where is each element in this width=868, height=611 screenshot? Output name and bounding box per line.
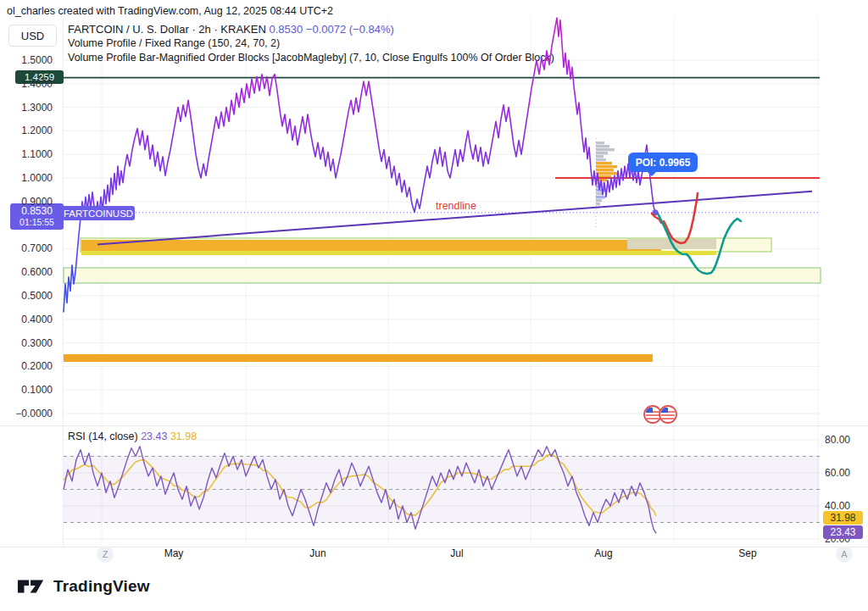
price-tick-label: 1.2000 xyxy=(0,125,58,136)
rsi-tick-label: 40.00 xyxy=(825,500,868,512)
price-tick-label: 0.4000 xyxy=(0,314,58,325)
price-tick-label: 0.3000 xyxy=(0,337,58,349)
rsi-value-axis-label: 23.43 xyxy=(823,525,863,539)
price-tick-label: 0.5000 xyxy=(0,290,58,302)
rsi-value: 23.43 xyxy=(141,430,167,442)
tradingview-logo-text: TradingView xyxy=(53,577,150,596)
time-axis-month-label: Sep xyxy=(738,547,756,559)
tradingview-chart-window: ol_charles created with TradingView.com,… xyxy=(0,0,868,611)
time-axis-month-label: Jul xyxy=(450,547,463,559)
projection-path-drawings[interactable] xyxy=(652,193,741,274)
poi-price-callout[interactable]: POI: 0.9965 xyxy=(628,153,698,172)
rsi-title-text: RSI (14, close) xyxy=(68,430,138,442)
price-tick-label: 0.1000 xyxy=(0,384,58,396)
price-tick-label: −0.0000 xyxy=(0,408,58,419)
tradingview-logo[interactable]: TradingView xyxy=(17,577,150,596)
symbol-flag-label[interactable]: FARTCOINUSD xyxy=(62,206,135,220)
horizontal-level-lines[interactable] xyxy=(64,78,820,213)
time-axis-left-button[interactable]: Z xyxy=(97,546,114,563)
rsi-indicator-plot xyxy=(64,447,820,534)
time-axis-right-button[interactable]: A xyxy=(836,546,853,563)
price-tick-label: 0.6000 xyxy=(0,266,58,278)
trendline-text-label[interactable]: trendline xyxy=(436,200,476,212)
time-axis-month-label: Aug xyxy=(594,547,612,559)
price-tick-label: 1.5000 xyxy=(0,54,58,66)
us-flag-event-icons[interactable] xyxy=(644,406,676,423)
rsi-tick-label: 80.00 xyxy=(825,434,868,446)
price-tick-label: 0.2000 xyxy=(0,360,58,372)
rsi-ma-value: 31.98 xyxy=(170,430,197,442)
price-tick-label: 1.0000 xyxy=(0,172,58,184)
rsi-legend[interactable]: RSI (14, close) 23.43 31.98 xyxy=(68,430,197,442)
price-tick-label: 1.3000 xyxy=(0,102,58,114)
time-axis-month-label: Jun xyxy=(309,547,326,559)
price-tick-label: 1.4000 xyxy=(0,78,58,90)
bar-countdown: 01:15:55 xyxy=(19,217,54,228)
price-tick-label: 1.1000 xyxy=(0,148,58,160)
price-tick-label: 0.9000 xyxy=(0,196,58,208)
time-axis-month-label: May xyxy=(164,547,184,559)
price-tick-label: 0.7000 xyxy=(0,242,58,254)
tradingview-logo-icon xyxy=(17,577,46,596)
rsi-tick-label: 60.00 xyxy=(825,467,868,479)
rsi-ma-axis-label: 31.98 xyxy=(823,511,863,525)
chart-canvas[interactable] xyxy=(0,0,868,611)
